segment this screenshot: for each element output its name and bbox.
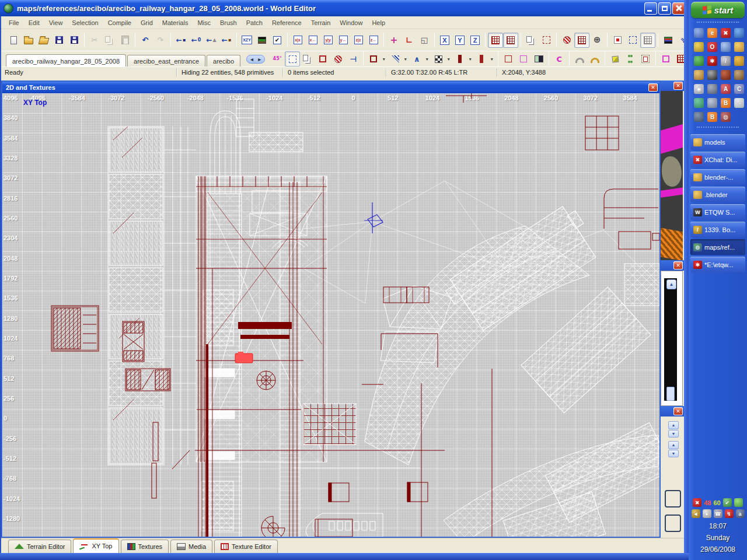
wall-tool-button[interactable] (452, 51, 467, 66)
selection-frame-button[interactable] (315, 51, 330, 66)
clock[interactable]: 18:07 Sunday 29/06/2008 (689, 520, 747, 555)
tab-xy-top[interactable]: XY Top (73, 538, 118, 553)
scroll-thumb[interactable] (666, 387, 675, 401)
3d-window-titlebar[interactable]: ✕ (661, 80, 684, 91)
grid-snap-button[interactable] (488, 33, 503, 48)
menu-file[interactable]: File (5, 18, 23, 27)
lock-y-button[interactable]: Y (452, 33, 467, 48)
cut-button[interactable]: ✂ (87, 33, 102, 48)
close-button[interactable] (672, 2, 685, 15)
maximize-button[interactable] (658, 2, 671, 15)
copy-button[interactable] (102, 33, 117, 48)
inspector-close-icon[interactable]: ✕ (673, 407, 683, 415)
skull-app-icon[interactable] (707, 70, 717, 80)
file-tab-arecibo_railway_hangar_28_05_2008[interactable]: arecibo_railway_hangar_28_05_2008 (6, 54, 126, 66)
minimize-button[interactable] (644, 2, 657, 15)
rotate-45-button[interactable]: 45° (270, 51, 285, 66)
hollow-box-button[interactable] (501, 51, 516, 66)
select-inside-button[interactable] (539, 33, 554, 48)
open-file-button[interactable] (21, 33, 36, 48)
move-mode-button[interactable]: ⊕ (589, 33, 605, 48)
my-documents-icon[interactable] (734, 42, 744, 52)
apply-texture-button[interactable] (330, 51, 345, 66)
csg-block-button[interactable] (366, 51, 381, 66)
reload-file-button[interactable]: ←▪ (173, 33, 189, 48)
menu-patch[interactable]: Patch (242, 18, 267, 27)
log-off-icon[interactable] (694, 28, 704, 38)
reload-media-button[interactable]: ←▪ (219, 33, 234, 48)
pillars-button[interactable] (623, 51, 638, 66)
audio-app-icon[interactable] (734, 56, 744, 66)
task-etqw[interactable]: WETQW S... (690, 204, 745, 220)
clone-brush-button[interactable] (300, 51, 315, 66)
title-bar[interactable]: maps/references/arecibo/arecibo_railway_… (0, 0, 689, 16)
arch-gold-button[interactable] (587, 51, 602, 66)
tab-nav[interactable]: ◂ ▸ (246, 55, 265, 64)
task-models[interactable]: models (690, 134, 745, 150)
swap-axes-button[interactable]: XZY (239, 33, 254, 48)
inspector-button-1[interactable] (665, 490, 681, 508)
quake-icon[interactable] (721, 70, 731, 80)
save-all-button[interactable] (67, 33, 82, 48)
toggle-select-button[interactable]: ✔ (270, 33, 285, 48)
scanner-icon[interactable] (694, 112, 704, 122)
sphere-select-button[interactable] (559, 33, 574, 48)
menu-misc[interactable]: Misc (193, 18, 215, 27)
3d-view-sliver[interactable] (661, 91, 683, 260)
blender-icon[interactable]: B (721, 98, 731, 108)
task-xchat[interactable]: ✖XChat: Di... (690, 152, 745, 167)
xchat-tray-icon[interactable]: ✖ (693, 498, 701, 507)
world-editor-ql-icon[interactable]: ◍ (721, 112, 731, 122)
undo-button[interactable]: ↶ (138, 33, 153, 48)
menu-window[interactable]: Window (336, 18, 366, 27)
checker-tool-dropdown-icon[interactable]: ▾ (445, 51, 452, 66)
gimp-icon[interactable] (734, 70, 744, 80)
rotate-snap-button[interactable] (503, 33, 518, 48)
inspector-titlebar[interactable]: ✕ (661, 406, 684, 416)
flip-y-button[interactable]: y|y (320, 33, 336, 48)
firefox-icon[interactable]: e (707, 28, 717, 38)
axis-origin-button[interactable]: ∟ (402, 33, 417, 48)
file-tab-arecibo[interactable]: arecibo (207, 55, 240, 66)
task-blender-folder[interactable]: blender-... (690, 169, 745, 185)
new-file-button[interactable] (6, 33, 21, 48)
menu-brush[interactable]: Brush (216, 18, 241, 27)
security-shield-icon[interactable]: ✔ (723, 498, 732, 507)
etqw-splat-icon[interactable]: ✱ (707, 56, 717, 66)
blender-2-icon[interactable]: B (707, 112, 717, 122)
lock-x-button[interactable]: X (437, 33, 452, 48)
redo-button[interactable]: ↷ (153, 33, 168, 48)
csg-flag-button[interactable] (388, 51, 403, 66)
flip-z-button[interactable]: z|z (351, 33, 366, 48)
paste-button[interactable] (117, 33, 132, 48)
thunderbird-icon[interactable] (734, 28, 744, 38)
tab-next-icon[interactable]: ▸ (258, 56, 261, 62)
menu-selection[interactable]: Selection (68, 18, 102, 27)
modem-icon[interactable]: ☎ (714, 509, 722, 518)
image-viewer-icon[interactable] (694, 98, 704, 108)
spinner-2[interactable]: ▲▼ (668, 441, 679, 457)
menu-compile[interactable]: Compile (104, 18, 135, 27)
volume-icon[interactable]: ◄ (692, 509, 700, 518)
cube-yellow-button[interactable] (608, 51, 623, 66)
stamp-tool-button[interactable] (638, 51, 653, 66)
sword-app-icon[interactable]: / (721, 56, 731, 66)
menu-materials[interactable]: Materials (158, 18, 193, 27)
messenger-icon[interactable] (707, 98, 717, 108)
usb-device-icon[interactable] (734, 498, 743, 507)
2d-close-icon[interactable]: ✕ (648, 83, 658, 92)
csg-flag-dropdown-icon[interactable]: ▾ (402, 51, 409, 66)
menu-terrain[interactable]: Terrain (307, 18, 335, 27)
start-button[interactable]: start (691, 2, 745, 18)
opera-icon[interactable]: O (707, 42, 717, 52)
reload-models-button[interactable]: ←▲ (204, 33, 219, 48)
menu-help[interactable]: Help (368, 18, 389, 27)
dock-toggle-button[interactable]: ⊣ (345, 51, 361, 66)
center-views-button[interactable]: + (386, 33, 402, 48)
menu-edit[interactable]: Edit (25, 18, 44, 27)
select-marquee-button[interactable] (285, 51, 300, 66)
irc-client-icon[interactable]: C (734, 84, 744, 94)
panel-titlebar[interactable]: ✕ (661, 260, 684, 271)
input-lang-icon[interactable]: a (736, 509, 745, 518)
2d-viewport[interactable]: -4096-3584-3072-2560-2048-1536-1024-5120… (2, 93, 659, 537)
